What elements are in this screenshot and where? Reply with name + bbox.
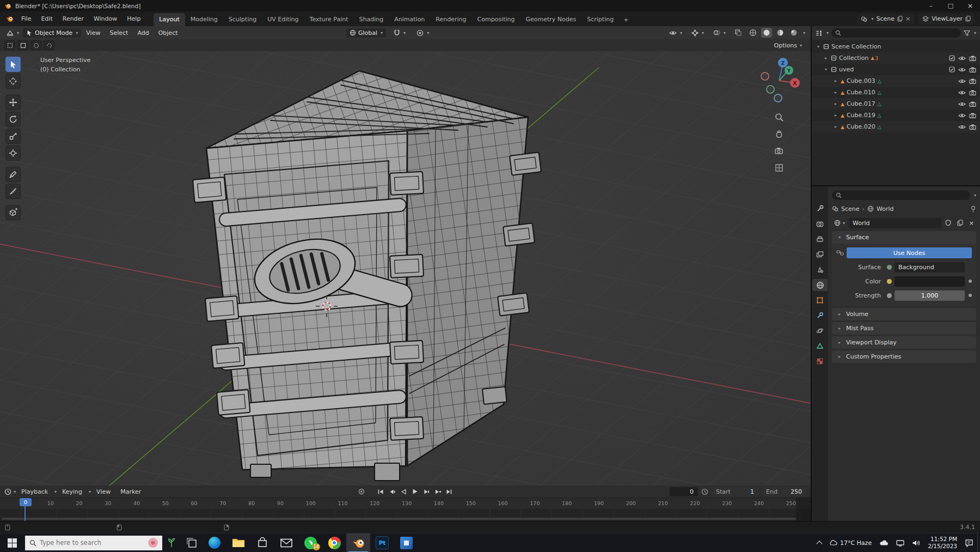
surface-section-header[interactable]: ▾ Surface bbox=[832, 231, 976, 244]
volume-panel-header[interactable]: ▸ Volume bbox=[832, 308, 976, 320]
maximize-button[interactable]: □ bbox=[941, 0, 960, 11]
hidden-icons-chevron[interactable] bbox=[813, 533, 825, 552]
notification-center-button[interactable] bbox=[961, 533, 977, 552]
surface-value-field[interactable]: Background bbox=[895, 262, 965, 272]
select-mode-lasso-button[interactable] bbox=[44, 40, 54, 50]
properties-tab-texture[interactable] bbox=[812, 355, 828, 367]
menu-edit[interactable]: Edit bbox=[36, 15, 57, 22]
workspace-tab-modeling[interactable]: Modeling bbox=[185, 13, 223, 26]
outliner-row-uved[interactable]: ▾ uved bbox=[812, 64, 980, 75]
properties-tab-render[interactable] bbox=[812, 218, 828, 230]
hide-eye-icon[interactable] bbox=[958, 90, 966, 95]
playhead-handle[interactable]: 0 bbox=[20, 498, 32, 506]
render-camera-icon[interactable] bbox=[969, 113, 976, 118]
fake-user-shield-button[interactable] bbox=[943, 217, 953, 228]
proportional-dropdown-icon[interactable]: ▾ bbox=[427, 31, 429, 35]
workspace-tab-uv-editing[interactable]: UV Editing bbox=[262, 13, 304, 26]
toggle-ortho-button[interactable] bbox=[773, 161, 786, 174]
hide-eye-icon[interactable] bbox=[958, 67, 966, 72]
use-nodes-button[interactable]: Use Nodes bbox=[847, 247, 972, 258]
disclosure-icon[interactable]: ▸ bbox=[833, 113, 838, 118]
cursor-tool[interactable] bbox=[5, 74, 21, 89]
scene-browse-icon[interactable]: ▾ bbox=[871, 16, 873, 21]
properties-tab-scene[interactable] bbox=[812, 264, 828, 276]
workspace-tab-layout[interactable]: Layout bbox=[154, 13, 185, 26]
hide-eye-icon[interactable] bbox=[958, 101, 966, 107]
world-browse-button[interactable]: ▾ bbox=[832, 217, 847, 228]
properties-tab-tool[interactable] bbox=[812, 203, 828, 215]
jump-to-start-button[interactable] bbox=[376, 487, 385, 496]
outliner-row-cube[interactable]: ▸ ▲ Cube.003 △ bbox=[812, 75, 980, 87]
start-frame-field[interactable]: Start 1 bbox=[712, 487, 758, 496]
unlink-world-button[interactable]: × bbox=[967, 217, 976, 228]
outliner-row-cube[interactable]: ▸ ▲ Cube.020 △ bbox=[812, 121, 980, 132]
transform-tool[interactable] bbox=[5, 145, 21, 161]
taskbar-edge-icon[interactable] bbox=[203, 533, 226, 552]
rotate-tool[interactable] bbox=[5, 112, 21, 127]
timeline-menu-keying[interactable]: Keying bbox=[58, 488, 87, 495]
taskbar-store-icon[interactable] bbox=[250, 533, 274, 552]
properties-tab-output[interactable] bbox=[812, 233, 828, 245]
annotate-tool[interactable] bbox=[5, 167, 21, 182]
pan-hand-button[interactable] bbox=[773, 128, 786, 141]
playhead-line[interactable] bbox=[24, 506, 26, 521]
taskbar-search-input[interactable] bbox=[40, 539, 145, 547]
taskbar-photoshop-icon[interactable]: Pt bbox=[370, 533, 394, 552]
unlink-scene-icon[interactable]: × bbox=[905, 15, 910, 22]
timeline-editor-dropdown-icon[interactable]: ▾ bbox=[14, 489, 16, 494]
viewport-menu-select[interactable]: Select bbox=[105, 29, 132, 37]
properties-filter-dropdown-icon[interactable]: ▾ bbox=[974, 193, 976, 198]
workspace-tab-rendering[interactable]: Rendering bbox=[430, 13, 471, 26]
properties-search-field[interactable] bbox=[832, 191, 970, 200]
scene-selector[interactable]: ▾ Scene × bbox=[857, 14, 914, 25]
snap-toggle[interactable]: ▾ bbox=[390, 28, 409, 38]
shading-solid-button[interactable] bbox=[761, 28, 772, 38]
breadcrumb-world[interactable]: World bbox=[877, 205, 894, 213]
axis-y-negative-handle[interactable] bbox=[767, 86, 774, 93]
workspace-tab-texture-paint[interactable]: Texture Paint bbox=[304, 13, 354, 26]
camera-view-button[interactable] bbox=[773, 144, 786, 157]
workspace-tab-animation[interactable]: Animation bbox=[389, 13, 430, 26]
exclude-checkbox[interactable] bbox=[949, 55, 955, 61]
next-keyframe-button[interactable] bbox=[433, 487, 443, 496]
select-mode-tweak-button[interactable] bbox=[4, 40, 15, 50]
blender-app-menu-icon[interactable] bbox=[3, 15, 16, 23]
render-camera-icon[interactable] bbox=[969, 67, 976, 72]
workspace-tab-scripting[interactable]: Scripting bbox=[581, 13, 619, 26]
taskbar-file-explorer-icon[interactable] bbox=[226, 533, 250, 552]
exclude-checkbox[interactable] bbox=[949, 66, 955, 72]
outliner-row-cube[interactable]: ▸ ▲ Cube.017 △ bbox=[812, 98, 980, 110]
axis-z-handle[interactable]: Z bbox=[778, 58, 788, 68]
outliner-row-cube[interactable]: ▸ ▲ Cube.019 △ bbox=[812, 110, 980, 121]
new-viewlayer-icon[interactable] bbox=[965, 16, 971, 22]
properties-tab-data[interactable] bbox=[812, 340, 828, 352]
taskbar-plant-icon[interactable] bbox=[162, 533, 181, 552]
disclosure-icon[interactable]: ▾ bbox=[823, 67, 829, 72]
outliner-editor-dropdown-icon[interactable]: ▾ bbox=[826, 31, 829, 35]
render-camera-icon[interactable] bbox=[969, 90, 976, 95]
show-desktop-button[interactable] bbox=[977, 533, 980, 552]
shading-dropdown-icon[interactable]: ▾ bbox=[803, 31, 805, 35]
taskbar-search-box[interactable] bbox=[25, 536, 162, 550]
shading-rendered-button[interactable] bbox=[788, 28, 799, 38]
world-name-field[interactable]: World bbox=[849, 218, 941, 228]
workspace-tab-geometry-nodes[interactable]: Geometry Nodes bbox=[520, 13, 581, 26]
taskbar-whatsapp-icon[interactable]: 14 bbox=[298, 533, 322, 552]
outliner-search-field[interactable] bbox=[831, 28, 961, 38]
filter-funnel-icon[interactable] bbox=[964, 30, 970, 36]
network-icon[interactable] bbox=[892, 533, 908, 552]
proportional-editing-toggle[interactable]: ▾ bbox=[413, 28, 432, 38]
viewport-menu-object[interactable]: Object bbox=[154, 29, 182, 37]
snap-dropdown-icon[interactable]: ▾ bbox=[403, 31, 406, 35]
outliner-row-scene-collection[interactable]: ▾ Scene Collection bbox=[812, 41, 980, 52]
taskbar-blender-icon[interactable] bbox=[346, 533, 370, 552]
move-tool[interactable] bbox=[5, 95, 21, 110]
properties-tab-world[interactable] bbox=[812, 279, 828, 291]
hide-eye-icon[interactable] bbox=[958, 56, 966, 61]
viewport-options-button[interactable]: Options ▾ bbox=[774, 42, 806, 49]
volume-icon[interactable] bbox=[908, 533, 924, 552]
filter-dropdown-icon[interactable]: ▾ bbox=[974, 31, 976, 35]
disclosure-icon[interactable]: ▸ bbox=[833, 101, 838, 106]
copy-datablock-button[interactable] bbox=[955, 217, 965, 228]
workspace-tab-shading[interactable]: Shading bbox=[354, 13, 389, 26]
